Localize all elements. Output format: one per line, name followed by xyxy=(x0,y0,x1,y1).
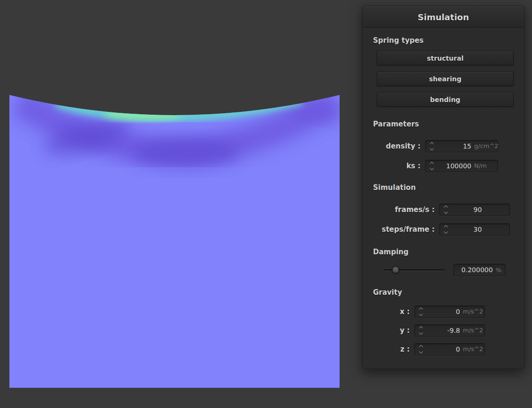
spin-up-icon[interactable] xyxy=(430,161,434,165)
frames-per-second-row: frames/s : 90 xyxy=(363,203,510,216)
spin-down-icon[interactable] xyxy=(419,349,423,353)
ks-value: 100000 xyxy=(436,162,471,170)
gravity-z-value: 0 xyxy=(425,345,460,353)
gravity-z-label: z : xyxy=(400,345,410,353)
gravity-y-spinner[interactable] xyxy=(417,327,425,334)
spin-down-icon[interactable] xyxy=(430,146,434,150)
gravity-y-input[interactable]: -9.8 m/s^2 xyxy=(414,324,485,337)
gravity-z-row: z : 0 m/s^2 xyxy=(363,343,485,355)
spin-up-icon[interactable] xyxy=(419,326,423,330)
section-label-gravity: Gravity xyxy=(373,288,524,297)
spin-up-icon[interactable] xyxy=(444,225,448,228)
damping-slider[interactable] xyxy=(384,269,445,271)
spin-up-icon[interactable] xyxy=(444,205,448,209)
density-label: density : xyxy=(386,142,421,150)
frames-per-second-input[interactable]: 90 xyxy=(439,204,510,216)
steps-per-frame-row: steps/frame : 30 xyxy=(363,223,510,235)
gravity-z-unit: m/s^2 xyxy=(460,345,481,353)
damping-value-box[interactable]: 0.200000 % xyxy=(453,264,506,276)
button-shearing[interactable]: shearing xyxy=(377,71,514,86)
frames-spinner[interactable] xyxy=(442,206,450,213)
steps-per-frame-label: steps/frame : xyxy=(382,225,435,234)
gravity-x-input[interactable]: 0 m/s^2 xyxy=(414,306,485,318)
spin-down-icon[interactable] xyxy=(444,210,448,213)
gravity-x-label: x : xyxy=(400,307,410,316)
spin-up-icon[interactable] xyxy=(419,307,423,311)
section-label-simulation: Simulation xyxy=(373,183,524,192)
ks-unit: N/m xyxy=(471,162,494,169)
spin-down-icon[interactable] xyxy=(419,330,423,334)
ks-row: ks : 100000 N/m xyxy=(363,159,498,172)
gravity-y-value: -9.8 xyxy=(425,327,460,334)
density-spinner[interactable] xyxy=(428,142,436,150)
gravity-y-label: y : xyxy=(400,326,410,335)
frames-per-second-label: frames/s : xyxy=(395,205,435,214)
frames-per-second-value: 90 xyxy=(450,206,506,213)
section-label-damping: Damping xyxy=(373,248,524,256)
gravity-y-row: y : -9.8 m/s^2 xyxy=(363,324,485,337)
simulation-panel: Simulation Spring types structural shear… xyxy=(362,6,524,369)
section-label-parameters: Parameters xyxy=(373,120,524,128)
panel-title: Simulation xyxy=(418,12,469,22)
gravity-z-spinner[interactable] xyxy=(417,345,425,353)
button-structural[interactable]: structural xyxy=(377,51,514,65)
ks-spinner[interactable] xyxy=(428,162,436,170)
damping-value: 0.200000 xyxy=(456,266,493,274)
spin-up-icon[interactable] xyxy=(419,345,423,348)
button-bending[interactable]: bending xyxy=(377,92,514,107)
density-input[interactable]: 15 g/cm^2 xyxy=(425,140,498,152)
ks-input[interactable]: 100000 N/m xyxy=(425,160,498,172)
density-value: 15 xyxy=(436,142,471,150)
steps-spinner[interactable] xyxy=(442,226,450,233)
gravity-x-unit: m/s^2 xyxy=(460,308,481,315)
steps-per-frame-input[interactable]: 30 xyxy=(439,223,510,235)
gravity-y-unit: m/s^2 xyxy=(460,327,481,334)
damping-slider-knob[interactable] xyxy=(392,267,399,274)
gravity-z-input[interactable]: 0 m/s^2 xyxy=(414,343,485,355)
spin-down-icon[interactable] xyxy=(419,312,423,315)
panel-header[interactable]: Simulation xyxy=(363,6,524,28)
damping-unit: % xyxy=(493,267,501,274)
spin-up-icon[interactable] xyxy=(430,141,434,145)
panel-body: Spring types structural shearing bending… xyxy=(363,28,524,361)
cloth-viewport[interactable] xyxy=(9,94,340,388)
damping-row: 0.200000 % xyxy=(384,264,506,276)
spin-down-icon[interactable] xyxy=(430,166,434,170)
app-root: Simulation Spring types structural shear… xyxy=(0,0,532,408)
gravity-x-spinner[interactable] xyxy=(417,308,425,315)
gravity-x-row: x : 0 m/s^2 xyxy=(363,305,485,318)
spin-down-icon[interactable] xyxy=(444,229,448,233)
gravity-x-value: 0 xyxy=(425,308,460,315)
cloth-svg xyxy=(9,94,340,388)
ks-label: ks : xyxy=(406,162,421,170)
section-label-spring-types: Spring types xyxy=(373,36,524,45)
cloth-shadow-center xyxy=(132,138,240,168)
cloth-highlight-green xyxy=(103,108,183,120)
steps-per-frame-value: 30 xyxy=(450,226,506,233)
density-row: density : 15 g/cm^2 xyxy=(363,140,498,152)
density-unit: g/cm^2 xyxy=(471,142,494,149)
